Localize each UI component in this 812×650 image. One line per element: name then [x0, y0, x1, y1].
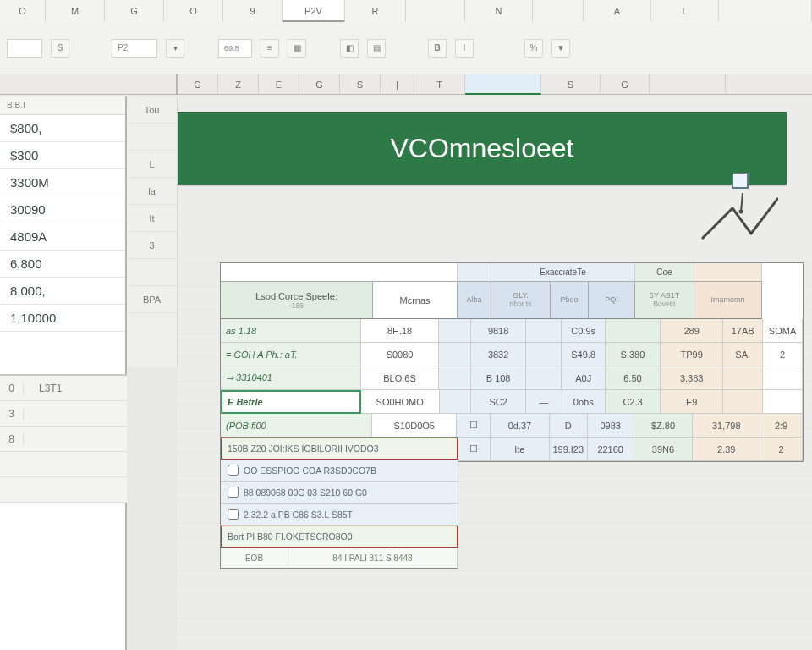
table-cell[interactable]: $Z.80: [634, 414, 694, 438]
tail-checkbox[interactable]: [228, 487, 239, 498]
grid-col-header[interactable]: E: [259, 74, 299, 95]
table-column-header[interactable]: PQI: [589, 282, 635, 319]
table-cell[interactable]: 289: [661, 319, 723, 343]
table-cell[interactable]: 6.50: [606, 366, 661, 390]
tail-list-item[interactable]: 2.32.2 a|PB C86 S3.L S85T: [221, 504, 458, 526]
table-cell[interactable]: S49.8: [562, 343, 605, 366]
col-header[interactable]: L: [651, 0, 719, 22]
table-cell[interactable]: TP99: [661, 343, 723, 366]
row-gutter-row[interactable]: [0, 452, 127, 477]
table-cell[interactable]: 8H.18: [361, 319, 440, 343]
col-header[interactable]: O: [0, 0, 46, 22]
ribbon-button[interactable]: ▤: [367, 39, 386, 58]
table-cell[interactable]: SO0HOMO: [361, 390, 440, 414]
grid-col-header[interactable]: G: [178, 74, 218, 95]
col-header-active[interactable]: P2V: [283, 0, 345, 22]
row-gutter-row[interactable]: 0L3T1: [0, 376, 127, 401]
ribbon-button[interactable]: %: [524, 39, 543, 58]
col-header[interactable]: [533, 0, 584, 22]
tail-list-item[interactable]: OO ESSPIOO COA R3SD0CO7B: [221, 460, 458, 482]
table-cell[interactable]: SC2: [471, 390, 526, 414]
table-cell[interactable]: 22160: [588, 438, 634, 461]
table-cell[interactable]: S.380: [606, 343, 661, 366]
ribbon-button[interactable]: ▼: [551, 39, 570, 58]
table-row[interactable]: E BetrleSO0HOMOSC2—0obsC2.3E9: [221, 390, 803, 414]
table-cell[interactable]: S10D0O5: [372, 414, 457, 438]
table-cell[interactable]: BLO.6S: [361, 366, 440, 390]
left-pane-value[interactable]: $800,: [0, 115, 125, 142]
left-pane-value[interactable]: 30090: [0, 196, 125, 223]
col-header[interactable]: R: [345, 0, 406, 22]
table-cell[interactable]: 3832: [471, 343, 526, 366]
grid-col-header[interactable]: |: [381, 74, 414, 95]
table-row[interactable]: ⇒ 3310401BLO.6SB 108A0J6.503.383: [221, 366, 803, 390]
table-cell[interactable]: [606, 319, 661, 343]
table-cell[interactable]: 9818: [471, 319, 526, 343]
grid-col-header[interactable]: [650, 74, 726, 95]
table-cell[interactable]: SOMA: [763, 319, 803, 343]
ribbon-small-box[interactable]: [7, 39, 42, 58]
table-column-header[interactable]: Mcrnas: [373, 282, 458, 319]
col-header[interactable]: G: [105, 0, 164, 22]
table-cell[interactable]: [723, 390, 763, 414]
table-cell[interactable]: 0d.37: [491, 414, 550, 438]
table-cell[interactable]: [526, 366, 562, 390]
name-box[interactable]: P2: [112, 39, 157, 58]
table-cell[interactable]: C2.3: [606, 390, 661, 414]
col-header[interactable]: [406, 0, 465, 22]
table-cell[interactable]: B 108: [471, 366, 526, 390]
embedded-data-table[interactable]: ExaccıateTeCoe Lsod Corce Speele:-186Mcr…: [220, 262, 804, 462]
table-cell[interactable]: [439, 319, 471, 343]
row-gutter-row[interactable]: 8: [0, 427, 127, 452]
table-column-header[interactable]: Alba: [458, 282, 491, 319]
table-cell[interactable]: 3.383: [661, 366, 723, 390]
grid-col-header[interactable]: G: [299, 74, 340, 95]
table-cell[interactable]: 0983: [588, 414, 634, 438]
grid-col-header[interactable]: Z: [218, 74, 259, 95]
table-column-header[interactable]: Lsod Corce Speele:-186: [221, 282, 373, 319]
table-cell[interactable]: [439, 366, 471, 390]
table-cell[interactable]: ☐: [457, 438, 491, 461]
ribbon-button[interactable]: ≡: [261, 39, 279, 58]
left-pane-value[interactable]: 6,800: [0, 251, 125, 278]
table-cell[interactable]: [439, 343, 471, 366]
table-column-header[interactable]: Imamomn: [694, 282, 762, 319]
table-cell[interactable]: [763, 390, 803, 414]
table-row[interactable]: as 1.188H.189818C0:9s28917ABSOMA: [221, 319, 803, 343]
table-cell[interactable]: 17AB: [723, 319, 763, 343]
ribbon-button[interactable]: S: [51, 39, 69, 58]
ribbon-button[interactable]: ◧: [340, 39, 359, 58]
col-header[interactable]: O: [164, 0, 223, 22]
table-cell[interactable]: E9: [661, 390, 723, 414]
table-cell[interactable]: [440, 390, 472, 414]
col-header[interactable]: M: [46, 0, 105, 22]
table-cell[interactable]: 199.I23: [550, 438, 588, 461]
table-cell[interactable]: [526, 343, 562, 366]
embedded-table-tail[interactable]: 150B Z20 JOI:IKS IOBILORII IVODO3 OO ESS…: [220, 437, 458, 569]
dropdown-icon[interactable]: ▾: [166, 39, 184, 58]
table-column-header[interactable]: Pboo: [551, 282, 589, 319]
table-cell[interactable]: 39N6: [634, 438, 694, 461]
table-row[interactable]: = GOH A Ph.: aT.S00803832S49.8S.380TP99S…: [221, 343, 803, 366]
table-cell[interactable]: ☐: [457, 414, 491, 438]
left-pane-value[interactable]: 4809A: [0, 223, 125, 251]
tail-list-item[interactable]: 88 089068 00G 03 S210 60 G0: [221, 482, 458, 504]
table-cell[interactable]: —: [526, 390, 562, 414]
table-cell[interactable]: S0080: [361, 343, 440, 366]
grid-col-header[interactable]: G: [601, 74, 650, 95]
grid-col-header[interactable]: S: [541, 74, 601, 95]
col-header[interactable]: A: [584, 0, 651, 22]
grid-col-header[interactable]: S: [340, 74, 381, 95]
main-grid-area[interactable]: VCOmnesloeet ExaccıateTeCoe Lsod Corce S…: [178, 96, 812, 650]
tail-checkbox[interactable]: [228, 509, 239, 520]
table-cell[interactable]: D: [550, 414, 588, 438]
table-cell[interactable]: 2.39: [693, 438, 760, 461]
left-pane-value[interactable]: 8,000,: [0, 278, 125, 305]
ribbon-button[interactable]: I: [455, 39, 474, 58]
table-cell[interactable]: 31,798: [693, 414, 760, 438]
col-header[interactable]: [719, 0, 812, 22]
table-cell[interactable]: Ite: [491, 438, 550, 461]
table-cell[interactable]: C0:9s: [562, 319, 605, 343]
table-cell[interactable]: 2: [763, 343, 803, 366]
row-gutter-row[interactable]: 3: [0, 401, 127, 427]
